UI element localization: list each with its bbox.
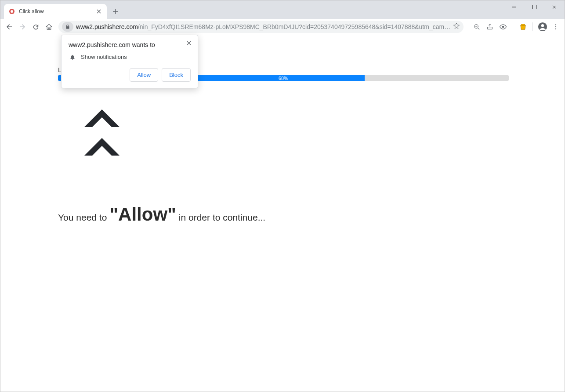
svg-rect-2 — [532, 5, 536, 9]
titlebar: Click allow — [0, 0, 565, 19]
eye-icon[interactable] — [497, 21, 509, 33]
url-path: /nin_FyD4xfQI1SREm68Mz-pLoMXPS98MC_BRb0m… — [138, 23, 450, 30]
back-button[interactable] — [3, 21, 15, 33]
url-host: www2.pushishere.com — [76, 23, 138, 30]
toolbar: www2.pushishere.com/nin_FyD4xfQI1SREm68M… — [0, 19, 565, 35]
popup-title: www2.pushishere.com wants to — [69, 41, 191, 48]
zoom-icon[interactable] — [471, 21, 483, 33]
forward-button[interactable] — [16, 21, 29, 33]
url-text: www2.pushishere.com/nin_FyD4xfQI1SREm68M… — [76, 23, 450, 30]
popup-close-icon[interactable] — [185, 39, 193, 47]
window-controls — [504, 0, 565, 14]
extension-icon[interactable] — [484, 21, 496, 33]
svg-point-4 — [502, 26, 504, 28]
toolbar-divider — [532, 22, 533, 31]
lock-icon[interactable] — [62, 22, 73, 32]
svg-point-1 — [11, 10, 13, 13]
svg-point-7 — [555, 24, 556, 25]
kebab-menu-icon[interactable] — [550, 21, 562, 33]
instruction-text: You need to "Allow" in order to continue… — [58, 204, 507, 225]
maximize-button[interactable] — [524, 0, 544, 14]
svg-point-8 — [555, 26, 556, 27]
popup-permission-label: Show notifications — [81, 54, 127, 60]
close-window-button[interactable] — [544, 0, 565, 14]
browser-tab[interactable]: Click allow — [4, 4, 107, 19]
popup-actions: Allow Block — [69, 68, 191, 82]
browser-window: Click allow — [0, 0, 565, 392]
block-button[interactable]: Block — [162, 68, 191, 82]
msg-after: in order to continue... — [179, 212, 265, 222]
progress-percent: 68% — [279, 76, 288, 81]
msg-emphasis: "Allow" — [109, 204, 176, 225]
home-button[interactable] — [43, 21, 55, 33]
new-tab-button[interactable] — [109, 5, 122, 18]
svg-point-9 — [555, 29, 556, 29]
tab-favicon-icon — [8, 8, 15, 15]
double-chevron-up-icon — [80, 103, 507, 160]
shopping-icon[interactable] — [517, 21, 529, 33]
popup-permission-row: Show notifications — [69, 54, 191, 60]
page-content: L 68% You need to "Allow" in order to co… — [1, 35, 564, 391]
reload-button[interactable] — [29, 21, 42, 33]
address-bar[interactable]: www2.pushishere.com/nin_FyD4xfQI1SREm68M… — [58, 21, 464, 33]
minimize-button[interactable] — [504, 0, 524, 14]
svg-point-6 — [541, 24, 544, 27]
profile-avatar-icon[interactable] — [536, 21, 549, 33]
bookmark-star-icon[interactable] — [453, 22, 460, 31]
notification-permission-popup: www2.pushishere.com wants to Show notifi… — [61, 35, 198, 88]
msg-before: You need to — [58, 212, 109, 222]
tab-close-icon[interactable] — [95, 8, 102, 15]
bell-icon — [69, 54, 76, 60]
allow-button[interactable]: Allow — [130, 68, 158, 82]
tab-title: Click allow — [19, 8, 95, 15]
toolbar-divider — [513, 22, 513, 31]
